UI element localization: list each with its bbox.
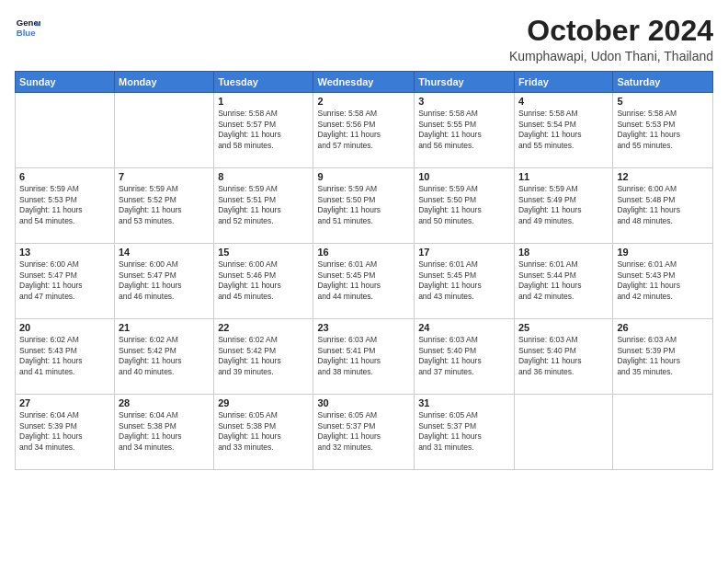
- table-row: 4Sunrise: 5:58 AM Sunset: 5:54 PM Daylig…: [514, 93, 612, 168]
- calendar-week-row: 27Sunrise: 6:04 AM Sunset: 5:39 PM Dayli…: [16, 395, 713, 470]
- day-detail: Sunrise: 5:58 AM Sunset: 5:53 PM Dayligh…: [617, 109, 709, 151]
- table-row: 25Sunrise: 6:03 AM Sunset: 5:40 PM Dayli…: [514, 319, 612, 395]
- day-detail: Sunrise: 6:04 AM Sunset: 5:39 PM Dayligh…: [19, 410, 110, 453]
- table-row: 5Sunrise: 5:58 AM Sunset: 5:53 PM Daylig…: [613, 93, 713, 168]
- table-row: 11Sunrise: 5:59 AM Sunset: 5:49 PM Dayli…: [514, 168, 612, 244]
- day-number: 6: [19, 171, 110, 182]
- table-row: 10Sunrise: 5:59 AM Sunset: 5:50 PM Dayli…: [415, 168, 515, 244]
- day-number: 12: [617, 171, 709, 182]
- col-saturday: Saturday: [613, 72, 713, 93]
- location-title: Kumphawapi, Udon Thani, Thailand: [509, 49, 713, 63]
- day-detail: Sunrise: 5:58 AM Sunset: 5:56 PM Dayligh…: [317, 109, 410, 151]
- day-number: 5: [617, 96, 709, 107]
- col-thursday: Thursday: [415, 72, 515, 93]
- day-number: 7: [119, 171, 210, 182]
- month-title: October 2024: [509, 15, 713, 47]
- day-number: 8: [218, 171, 309, 182]
- day-detail: Sunrise: 6:02 AM Sunset: 5:42 PM Dayligh…: [218, 335, 309, 377]
- logo-icon: General Blue: [15, 15, 40, 40]
- day-detail: Sunrise: 6:00 AM Sunset: 5:47 PM Dayligh…: [19, 259, 110, 302]
- table-row: [613, 395, 713, 470]
- day-number: 18: [518, 247, 609, 258]
- calendar-table: Sunday Monday Tuesday Wednesday Thursday…: [15, 71, 713, 470]
- col-friday: Friday: [514, 72, 612, 93]
- table-row: 17Sunrise: 6:01 AM Sunset: 5:45 PM Dayli…: [415, 244, 515, 319]
- day-number: 19: [617, 247, 709, 258]
- table-row: 21Sunrise: 6:02 AM Sunset: 5:42 PM Dayli…: [115, 319, 214, 395]
- table-row: 28Sunrise: 6:04 AM Sunset: 5:38 PM Dayli…: [115, 395, 214, 470]
- day-number: 2: [317, 96, 410, 107]
- day-number: 23: [317, 322, 410, 333]
- table-row: 26Sunrise: 6:03 AM Sunset: 5:39 PM Dayli…: [613, 319, 713, 395]
- svg-text:Blue: Blue: [17, 28, 36, 38]
- calendar-header-row: Sunday Monday Tuesday Wednesday Thursday…: [16, 72, 713, 93]
- day-number: 10: [418, 171, 510, 182]
- day-detail: Sunrise: 6:03 AM Sunset: 5:39 PM Dayligh…: [617, 335, 709, 377]
- day-detail: Sunrise: 6:03 AM Sunset: 5:40 PM Dayligh…: [518, 335, 609, 377]
- day-detail: Sunrise: 5:59 AM Sunset: 5:50 PM Dayligh…: [317, 184, 410, 226]
- col-tuesday: Tuesday: [214, 72, 313, 93]
- page-header: General Blue October 2024 Kumphawapi, Ud…: [15, 15, 713, 63]
- table-row: 31Sunrise: 6:05 AM Sunset: 5:37 PM Dayli…: [415, 395, 515, 470]
- day-detail: Sunrise: 6:04 AM Sunset: 5:38 PM Dayligh…: [119, 410, 210, 453]
- day-detail: Sunrise: 5:59 AM Sunset: 5:51 PM Dayligh…: [218, 184, 309, 226]
- calendar-week-row: 6Sunrise: 5:59 AM Sunset: 5:53 PM Daylig…: [16, 168, 713, 244]
- day-number: 26: [617, 322, 709, 333]
- table-row: 6Sunrise: 5:59 AM Sunset: 5:53 PM Daylig…: [16, 168, 115, 244]
- day-detail: Sunrise: 6:05 AM Sunset: 5:38 PM Dayligh…: [218, 410, 309, 453]
- day-number: 29: [218, 397, 309, 408]
- day-number: 3: [418, 96, 510, 107]
- table-row: 20Sunrise: 6:02 AM Sunset: 5:43 PM Dayli…: [16, 319, 115, 395]
- day-detail: Sunrise: 5:59 AM Sunset: 5:52 PM Dayligh…: [119, 184, 210, 226]
- table-row: 7Sunrise: 5:59 AM Sunset: 5:52 PM Daylig…: [115, 168, 214, 244]
- table-row: 19Sunrise: 6:01 AM Sunset: 5:43 PM Dayli…: [613, 244, 713, 319]
- col-wednesday: Wednesday: [313, 72, 415, 93]
- day-number: 4: [518, 96, 609, 107]
- day-detail: Sunrise: 6:03 AM Sunset: 5:40 PM Dayligh…: [418, 335, 510, 377]
- day-detail: Sunrise: 6:02 AM Sunset: 5:43 PM Dayligh…: [19, 335, 110, 377]
- table-row: 24Sunrise: 6:03 AM Sunset: 5:40 PM Dayli…: [415, 319, 515, 395]
- calendar-week-row: 1Sunrise: 5:58 AM Sunset: 5:57 PM Daylig…: [16, 93, 713, 168]
- day-number: 25: [518, 322, 609, 333]
- day-number: 20: [19, 322, 110, 333]
- calendar-week-row: 20Sunrise: 6:02 AM Sunset: 5:43 PM Dayli…: [16, 319, 713, 395]
- day-detail: Sunrise: 6:01 AM Sunset: 5:45 PM Dayligh…: [418, 259, 510, 302]
- logo: General Blue: [15, 15, 40, 40]
- table-row: [115, 93, 214, 168]
- day-detail: Sunrise: 5:59 AM Sunset: 5:53 PM Dayligh…: [19, 184, 110, 226]
- day-number: 21: [119, 322, 210, 333]
- table-row: 23Sunrise: 6:03 AM Sunset: 5:41 PM Dayli…: [313, 319, 415, 395]
- day-detail: Sunrise: 6:05 AM Sunset: 5:37 PM Dayligh…: [317, 410, 410, 453]
- col-sunday: Sunday: [16, 72, 115, 93]
- table-row: 27Sunrise: 6:04 AM Sunset: 5:39 PM Dayli…: [16, 395, 115, 470]
- day-number: 1: [218, 96, 309, 107]
- day-detail: Sunrise: 5:58 AM Sunset: 5:54 PM Dayligh…: [518, 109, 609, 151]
- day-number: 11: [518, 171, 609, 182]
- table-row: 13Sunrise: 6:00 AM Sunset: 5:47 PM Dayli…: [16, 244, 115, 319]
- title-block: October 2024 Kumphawapi, Udon Thani, Tha…: [509, 15, 713, 63]
- table-row: 12Sunrise: 6:00 AM Sunset: 5:48 PM Dayli…: [613, 168, 713, 244]
- table-row: 9Sunrise: 5:59 AM Sunset: 5:50 PM Daylig…: [313, 168, 415, 244]
- day-detail: Sunrise: 6:00 AM Sunset: 5:48 PM Dayligh…: [617, 184, 709, 226]
- table-row: 1Sunrise: 5:58 AM Sunset: 5:57 PM Daylig…: [214, 93, 313, 168]
- table-row: 2Sunrise: 5:58 AM Sunset: 5:56 PM Daylig…: [313, 93, 415, 168]
- table-row: [514, 395, 612, 470]
- day-detail: Sunrise: 6:02 AM Sunset: 5:42 PM Dayligh…: [119, 335, 210, 377]
- table-row: 22Sunrise: 6:02 AM Sunset: 5:42 PM Dayli…: [214, 319, 313, 395]
- day-number: 24: [418, 322, 510, 333]
- day-number: 9: [317, 171, 410, 182]
- day-number: 14: [119, 247, 210, 258]
- day-number: 27: [19, 397, 110, 408]
- table-row: 15Sunrise: 6:00 AM Sunset: 5:46 PM Dayli…: [214, 244, 313, 319]
- day-detail: Sunrise: 6:01 AM Sunset: 5:44 PM Dayligh…: [518, 259, 609, 302]
- day-number: 15: [218, 247, 309, 258]
- day-number: 28: [119, 397, 210, 408]
- day-number: 22: [218, 322, 309, 333]
- table-row: 18Sunrise: 6:01 AM Sunset: 5:44 PM Dayli…: [514, 244, 612, 319]
- day-detail: Sunrise: 5:59 AM Sunset: 5:50 PM Dayligh…: [418, 184, 510, 226]
- day-detail: Sunrise: 6:00 AM Sunset: 5:46 PM Dayligh…: [218, 259, 309, 302]
- day-detail: Sunrise: 5:59 AM Sunset: 5:49 PM Dayligh…: [518, 184, 609, 226]
- col-monday: Monday: [115, 72, 214, 93]
- day-number: 31: [418, 397, 510, 408]
- day-number: 17: [418, 247, 510, 258]
